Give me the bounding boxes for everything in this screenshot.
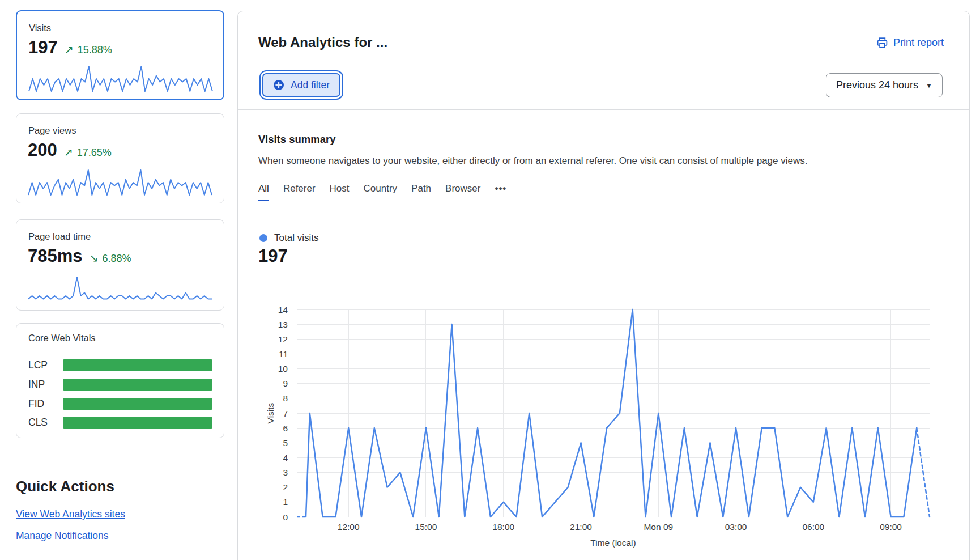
core-web-vitals-card[interactable]: Core Web Vitals LCP INP FID CLS — [16, 323, 224, 438]
add-filter-label: Add filter — [291, 79, 330, 91]
core-web-vitals-title: Core Web Vitals — [28, 333, 96, 343]
tab-all[interactable]: All — [258, 183, 269, 201]
stat-delta-value: 17.65% — [77, 147, 112, 159]
vitals-metric-label: INP — [28, 379, 63, 391]
svg-text:15:00: 15:00 — [415, 522, 437, 532]
svg-text:2: 2 — [283, 482, 288, 492]
svg-text:7: 7 — [283, 409, 288, 418]
link-view-web-analytics-sites[interactable]: View Web Analytics sites — [16, 508, 125, 520]
visits-summary-description: When someone navigates to your website, … — [258, 155, 807, 167]
stat-card-label: Page load time — [28, 231, 91, 242]
total-visits-value: 197 — [258, 246, 288, 266]
vitals-metric-label: FID — [28, 398, 63, 410]
svg-text:4: 4 — [283, 453, 288, 463]
web-analytics-panel: Web Analytics for ... Print report Add f… — [237, 11, 970, 560]
stat-delta: ↗ 17.65% — [64, 146, 112, 159]
vitals-metric-label: LCP — [28, 359, 63, 371]
stat-card-visits[interactable]: Visits 197 ↗ 15.88% — [16, 10, 224, 100]
plus-circle-icon — [273, 79, 284, 91]
svg-text:8: 8 — [283, 393, 288, 403]
stat-delta-value: 15.88% — [78, 44, 112, 56]
dimension-tabs: All Referer Host Country Path Browser ••… — [258, 183, 506, 201]
svg-text:0: 0 — [283, 512, 288, 522]
visits-line-chart: 0123456789101112131412:0015:0018:0021:00… — [244, 290, 952, 556]
stat-value: 197 — [28, 37, 58, 58]
svg-text:3: 3 — [283, 468, 288, 477]
visits-sparkline — [28, 65, 213, 92]
tab-host[interactable]: Host — [330, 183, 350, 201]
time-range-dropdown[interactable]: Previous 24 hours ▼ — [826, 73, 943, 97]
trend-up-icon: ↗ — [65, 43, 74, 56]
svg-text:14: 14 — [278, 305, 288, 315]
svg-text:Visits: Visits — [266, 402, 275, 423]
stat-card-page-views[interactable]: Page views 200 ↗ 17.65% — [16, 113, 224, 203]
svg-text:06:00: 06:00 — [802, 522, 824, 532]
svg-text:09:00: 09:00 — [880, 522, 902, 532]
stat-delta-value: 6.88% — [102, 253, 131, 265]
svg-text:18:00: 18:00 — [492, 522, 514, 532]
svg-text:Mon 09: Mon 09 — [644, 522, 673, 532]
vitals-row-cls: CLS — [28, 416, 212, 429]
vitals-bar-good — [63, 359, 212, 371]
time-range-label: Previous 24 hours — [836, 79, 918, 91]
trend-up-icon: ↗ — [64, 146, 73, 159]
visits-chart: 0123456789101112131412:0015:0018:0021:00… — [244, 290, 952, 558]
svg-text:03:00: 03:00 — [725, 522, 747, 532]
vitals-row-inp: INP — [28, 378, 212, 391]
chart-legend: Total visits — [259, 232, 318, 244]
svg-text:11: 11 — [279, 349, 288, 359]
sidebar-divider — [16, 549, 224, 549]
svg-text:12:00: 12:00 — [338, 522, 360, 532]
stat-value-row: 197 ↗ 15.88% — [28, 37, 112, 58]
print-report-label: Print report — [893, 37, 944, 49]
vitals-bar-good — [63, 379, 212, 391]
tab-referer[interactable]: Referer — [283, 183, 316, 201]
page-title: Web Analytics for ... — [258, 35, 387, 50]
svg-text:9: 9 — [283, 379, 288, 388]
tab-path[interactable]: Path — [411, 183, 431, 201]
stat-value-row: 200 ↗ 17.65% — [28, 140, 112, 160]
stat-delta: ↘ 6.88% — [90, 252, 131, 265]
stat-card-label: Visits — [29, 23, 51, 33]
tab-country[interactable]: Country — [364, 183, 398, 201]
page-load-sparkline — [28, 276, 212, 303]
stat-value-row: 785ms ↘ 6.88% — [28, 246, 131, 266]
more-tabs-button[interactable]: ••• — [495, 183, 506, 201]
vitals-bar-good — [63, 417, 212, 429]
header-divider — [238, 109, 969, 110]
trend-down-icon: ↘ — [90, 252, 99, 265]
svg-text:10: 10 — [278, 364, 288, 374]
tab-browser[interactable]: Browser — [445, 183, 480, 201]
stat-delta: ↗ 15.88% — [65, 43, 112, 56]
vitals-metric-label: CLS — [28, 417, 63, 429]
svg-text:5: 5 — [283, 438, 288, 448]
stat-value: 200 — [28, 140, 57, 160]
stat-card-label: Page views — [28, 125, 76, 136]
vitals-row-fid: FID — [28, 397, 212, 410]
svg-text:1: 1 — [283, 497, 288, 507]
vitals-bar-good — [63, 398, 212, 410]
add-filter-button[interactable]: Add filter — [262, 73, 340, 97]
chevron-down-icon: ▼ — [926, 82, 932, 90]
link-manage-notifications[interactable]: Manage Notifications — [16, 530, 108, 542]
svg-text:21:00: 21:00 — [570, 522, 592, 532]
legend-dot-icon — [259, 234, 267, 242]
svg-text:12: 12 — [278, 334, 288, 344]
svg-text:13: 13 — [278, 320, 288, 329]
vitals-row-lcp: LCP — [28, 359, 212, 371]
stat-card-page-load-time[interactable]: Page load time 785ms ↘ 6.88% — [16, 219, 224, 311]
page-views-sparkline — [28, 169, 212, 196]
stat-value: 785ms — [28, 246, 83, 266]
quick-actions-title: Quick Actions — [16, 478, 114, 495]
svg-text:Time (local): Time (local) — [590, 538, 636, 548]
printer-icon — [876, 37, 888, 49]
svg-text:6: 6 — [283, 423, 288, 433]
visits-summary-title: Visits summary — [258, 133, 335, 146]
legend-label: Total visits — [274, 232, 318, 244]
print-report-button[interactable]: Print report — [876, 37, 944, 49]
